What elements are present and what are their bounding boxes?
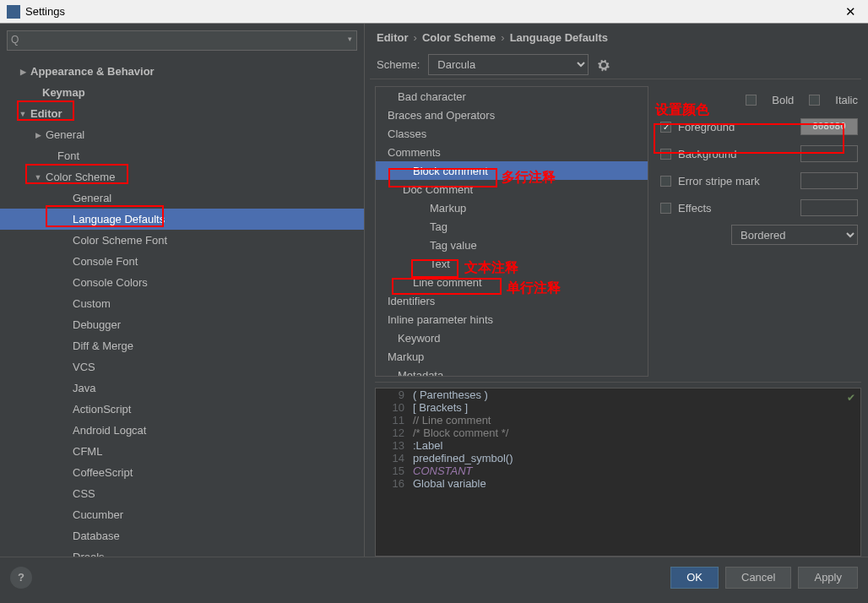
tree-label: CFML bbox=[73, 445, 102, 458]
errorstripe-checkbox[interactable] bbox=[660, 176, 671, 187]
attr-label: Inline parameter hints bbox=[388, 313, 493, 326]
attr-label: Identifiers bbox=[388, 295, 435, 307]
background-checkbox[interactable] bbox=[660, 149, 671, 160]
scheme-label: Scheme: bbox=[377, 58, 420, 71]
attr-item[interactable]: Doc Comment bbox=[376, 180, 648, 198]
scheme-select[interactable]: Darcula bbox=[428, 54, 589, 75]
tree-item[interactable]: ActionScript bbox=[0, 399, 364, 420]
tree-item[interactable]: Appearance & Behavior bbox=[0, 61, 364, 82]
window-title: Settings bbox=[25, 5, 65, 18]
tree-label: Database bbox=[73, 530, 120, 542]
attr-item[interactable]: Markup bbox=[376, 347, 648, 366]
chevron-right-icon: › bbox=[414, 31, 417, 44]
code-text: CONSTANT bbox=[413, 464, 473, 477]
tree-item[interactable]: Keymap bbox=[0, 82, 364, 103]
crumb-langdefaults[interactable]: Language Defaults bbox=[510, 31, 608, 44]
errorstripe-swatch[interactable] bbox=[800, 172, 858, 189]
tree-label: Keymap bbox=[42, 86, 85, 99]
tree-item[interactable]: CoffeeScript bbox=[0, 462, 364, 483]
search-icon: Q bbox=[11, 34, 19, 46]
attr-item[interactable]: Identifiers bbox=[376, 291, 648, 310]
close-icon[interactable]: ✕ bbox=[840, 3, 861, 21]
tree-item[interactable]: General bbox=[0, 187, 364, 209]
tree-arrow-icon bbox=[19, 110, 27, 118]
crumb-colorscheme[interactable]: Color Scheme bbox=[422, 31, 496, 44]
tree-item[interactable]: Diff & Merge bbox=[0, 335, 364, 356]
tree-label: Custom bbox=[73, 297, 111, 310]
attr-item[interactable]: Braces and Operators bbox=[376, 106, 648, 124]
tree-label: Console Colors bbox=[73, 276, 148, 289]
tree-item[interactable]: General bbox=[0, 124, 364, 145]
tree-item[interactable]: CFML bbox=[0, 441, 364, 462]
tree-label: CSS bbox=[73, 487, 95, 500]
bold-checkbox[interactable] bbox=[746, 95, 757, 106]
tree-label: Color Scheme Font bbox=[73, 234, 167, 247]
tree-label: VCS bbox=[73, 361, 95, 373]
preview-line: 10[ Brackets ] bbox=[376, 401, 860, 414]
italic-checkbox[interactable] bbox=[809, 95, 820, 106]
attr-item[interactable]: Classes bbox=[376, 124, 648, 143]
foreground-swatch[interactable]: 808080 bbox=[800, 118, 858, 135]
attr-item[interactable]: Markup bbox=[376, 198, 648, 217]
tree-label: Appearance & Behavior bbox=[30, 65, 155, 78]
preview-line: 15CONSTANT bbox=[376, 464, 860, 477]
tree-item[interactable]: Console Colors bbox=[0, 272, 364, 293]
tree-item[interactable]: Drools bbox=[0, 546, 364, 557]
bold-label: Bold bbox=[772, 94, 794, 106]
tree-item[interactable]: Editor bbox=[0, 103, 364, 124]
tree-item[interactable]: CSS bbox=[0, 483, 364, 504]
help-icon[interactable]: ? bbox=[10, 567, 32, 589]
background-label: Background bbox=[678, 148, 736, 160]
tree-arrow-icon bbox=[34, 131, 42, 139]
gear-icon[interactable] bbox=[597, 58, 610, 72]
settings-tree[interactable]: Appearance & BehaviorKeymapEditorGeneral… bbox=[0, 57, 364, 557]
attr-item[interactable]: Block comment bbox=[376, 161, 648, 180]
effects-type-select[interactable]: Bordered bbox=[731, 225, 858, 245]
attr-item[interactable]: Keyword bbox=[376, 329, 648, 347]
line-number: 14 bbox=[376, 452, 413, 464]
tree-label: Color Scheme bbox=[46, 171, 115, 183]
attr-item[interactable]: Tag value bbox=[376, 236, 648, 254]
attr-label: Tag bbox=[430, 220, 448, 233]
history-icon[interactable]: ▾ bbox=[348, 35, 352, 43]
preview-line: 13:Label bbox=[376, 439, 860, 452]
background-swatch[interactable] bbox=[800, 145, 858, 162]
tree-item[interactable]: Custom bbox=[0, 293, 364, 314]
line-number: 9 bbox=[376, 388, 413, 401]
check-icon: ✔ bbox=[847, 392, 855, 404]
attr-item[interactable]: Inline parameter hints bbox=[376, 310, 648, 329]
code-text: /* Block comment */ bbox=[413, 426, 508, 439]
tree-item[interactable]: Color Scheme Font bbox=[0, 230, 364, 251]
tree-item[interactable]: Color Scheme bbox=[0, 166, 364, 187]
tree-item[interactable]: Console Font bbox=[0, 251, 364, 272]
effects-checkbox[interactable] bbox=[660, 203, 671, 214]
tree-item[interactable]: Font bbox=[0, 145, 364, 166]
tree-item[interactable]: Java bbox=[0, 378, 364, 399]
attr-item[interactable]: Text bbox=[376, 254, 648, 273]
attr-item[interactable]: Tag bbox=[376, 217, 648, 236]
tree-item[interactable]: Cucumber bbox=[0, 504, 364, 525]
attr-label: Doc Comment bbox=[403, 183, 473, 196]
apply-button[interactable]: Apply bbox=[798, 567, 858, 589]
tree-item[interactable]: Database bbox=[0, 525, 364, 546]
tree-item[interactable]: Language Defaults bbox=[0, 209, 364, 230]
tree-label: ActionScript bbox=[73, 403, 131, 416]
attr-item[interactable]: Bad character bbox=[376, 87, 648, 106]
attr-item[interactable]: Comments bbox=[376, 143, 648, 161]
attr-item[interactable]: Line comment bbox=[376, 273, 648, 291]
tree-label: Font bbox=[57, 149, 79, 162]
search-input[interactable] bbox=[7, 30, 357, 51]
errorstripe-label: Error stripe mark bbox=[678, 175, 760, 187]
ok-button[interactable]: OK bbox=[670, 567, 719, 589]
cancel-button[interactable]: Cancel bbox=[725, 567, 791, 589]
tree-label: Console Font bbox=[73, 255, 138, 268]
crumb-editor[interactable]: Editor bbox=[377, 31, 409, 44]
attribute-tree[interactable]: Bad characterBraces and OperatorsClasses… bbox=[376, 87, 648, 377]
line-number: 13 bbox=[376, 439, 413, 452]
effects-swatch[interactable] bbox=[800, 199, 858, 216]
attr-item[interactable]: Metadata bbox=[376, 366, 648, 377]
tree-item[interactable]: Debugger bbox=[0, 314, 364, 335]
tree-item[interactable]: VCS bbox=[0, 356, 364, 378]
tree-item[interactable]: Android Logcat bbox=[0, 420, 364, 441]
foreground-checkbox[interactable] bbox=[660, 122, 671, 133]
